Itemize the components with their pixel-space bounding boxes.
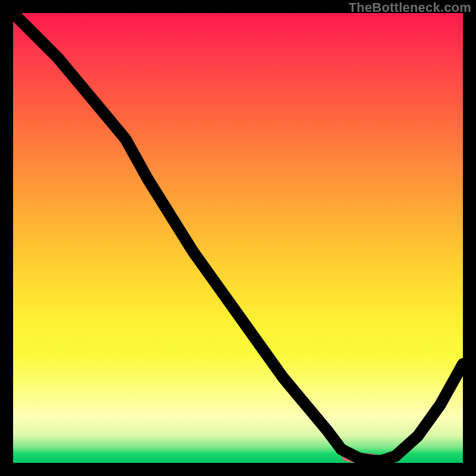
plot-area	[13, 13, 463, 463]
chart-svg	[13, 13, 463, 463]
bottleneck-curve	[13, 13, 463, 461]
attribution-text: TheBottleneck.com	[349, 0, 471, 15]
chart-frame: TheBottleneck.com	[0, 0, 476, 476]
